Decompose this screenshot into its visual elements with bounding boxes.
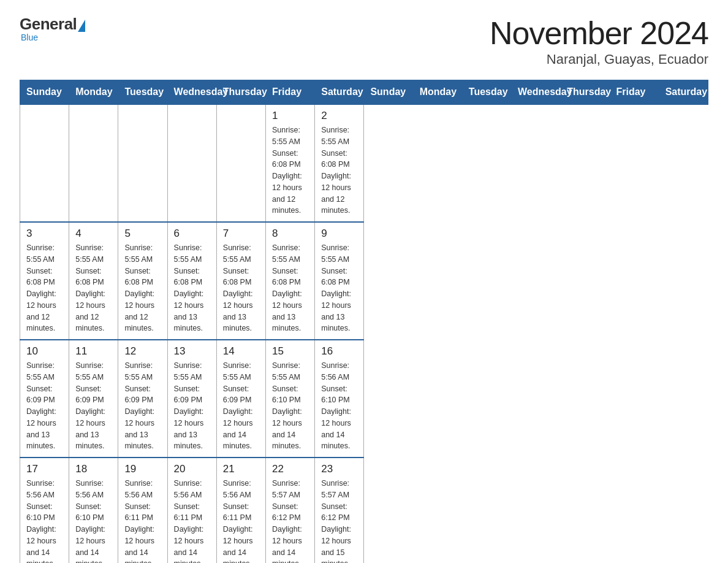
calendar-cell-1-3: 6Sunrise: 5:55 AM Sunset: 6:08 PM Daylig… [167,222,216,340]
day-info: Sunrise: 5:56 AM Sunset: 6:10 PM Dayligh… [321,360,357,452]
col-header-monday: Monday [413,80,462,105]
day-info: Sunrise: 5:56 AM Sunset: 6:10 PM Dayligh… [26,478,63,563]
col-header-saturday: Saturday [659,80,708,105]
day-info: Sunrise: 5:57 AM Sunset: 6:12 PM Dayligh… [321,478,357,563]
calendar-cell-3-6: 23Sunrise: 5:57 AM Sunset: 6:12 PM Dayli… [315,458,364,563]
header-monday: Monday [69,80,118,105]
calendar-cell-0-5: 1Sunrise: 5:55 AM Sunset: 6:08 PM Daylig… [266,104,315,222]
day-number: 17 [26,463,63,475]
day-info: Sunrise: 5:56 AM Sunset: 6:11 PM Dayligh… [174,478,210,563]
calendar-cell-2-5: 15Sunrise: 5:55 AM Sunset: 6:10 PM Dayli… [266,340,315,458]
day-info: Sunrise: 5:55 AM Sunset: 6:09 PM Dayligh… [223,360,259,452]
location-title: Naranjal, Guayas, Ecuador [490,52,708,67]
day-number: 14 [223,345,259,358]
day-info: Sunrise: 5:55 AM Sunset: 6:10 PM Dayligh… [272,360,308,452]
logo-general-text: General [20,15,77,34]
calendar-cell-1-5: 8Sunrise: 5:55 AM Sunset: 6:08 PM Daylig… [266,222,315,340]
calendar-cell-3-2: 19Sunrise: 5:56 AM Sunset: 6:11 PM Dayli… [118,458,167,563]
day-info: Sunrise: 5:57 AM Sunset: 6:12 PM Dayligh… [272,478,308,563]
day-number: 11 [75,345,112,358]
calendar-cell-0-4 [216,104,265,222]
day-info: Sunrise: 5:55 AM Sunset: 6:08 PM Dayligh… [272,124,308,216]
day-info: Sunrise: 5:55 AM Sunset: 6:08 PM Dayligh… [26,242,63,334]
calendar-cell-1-1: 4Sunrise: 5:55 AM Sunset: 6:08 PM Daylig… [69,222,118,340]
day-number: 18 [75,463,112,475]
calendar-cell-2-3: 13Sunrise: 5:55 AM Sunset: 6:09 PM Dayli… [167,340,216,458]
day-number: 12 [124,345,161,358]
day-number: 22 [272,463,308,475]
calendar-cell-1-4: 7Sunrise: 5:55 AM Sunset: 6:08 PM Daylig… [216,222,265,340]
calendar-cell-3-5: 22Sunrise: 5:57 AM Sunset: 6:12 PM Dayli… [266,458,315,563]
calendar-cell-3-1: 18Sunrise: 5:56 AM Sunset: 6:10 PM Dayli… [69,458,118,563]
day-number: 15 [272,345,308,358]
day-number: 3 [26,228,63,240]
day-info: Sunrise: 5:55 AM Sunset: 6:08 PM Dayligh… [75,242,112,334]
day-number: 2 [321,110,357,122]
day-info: Sunrise: 5:55 AM Sunset: 6:08 PM Dayligh… [321,124,357,216]
logo: General Blue [20,15,85,42]
calendar-cell-3-3: 20Sunrise: 5:56 AM Sunset: 6:11 PM Dayli… [167,458,216,563]
col-header-sunday: Sunday [364,80,413,105]
day-number: 1 [272,110,308,122]
logo-triangle-icon [78,20,85,32]
calendar-cell-1-0: 3Sunrise: 5:55 AM Sunset: 6:08 PM Daylig… [20,222,69,340]
day-number: 8 [272,228,308,240]
day-info: Sunrise: 5:56 AM Sunset: 6:11 PM Dayligh… [223,478,259,563]
col-header-thursday: Thursday [561,80,610,105]
calendar-cell-2-1: 11Sunrise: 5:55 AM Sunset: 6:09 PM Dayli… [69,340,118,458]
calendar-cell-2-2: 12Sunrise: 5:55 AM Sunset: 6:09 PM Dayli… [118,340,167,458]
calendar-header-row: SundayMondayTuesdayWednesdayThursdayFrid… [20,80,708,105]
day-info: Sunrise: 5:56 AM Sunset: 6:10 PM Dayligh… [75,478,112,563]
calendar-week-2: 10Sunrise: 5:55 AM Sunset: 6:09 PM Dayli… [20,340,708,458]
day-number: 19 [124,463,161,475]
col-header-tuesday: Tuesday [462,80,511,105]
header-tuesday: Tuesday [118,80,167,105]
day-number: 9 [321,228,357,240]
day-number: 6 [174,228,210,240]
header-wednesday: Wednesday [167,80,216,105]
col-header-wednesday: Wednesday [512,80,561,105]
day-number: 7 [223,228,259,240]
day-number: 10 [26,345,63,358]
day-info: Sunrise: 5:55 AM Sunset: 6:09 PM Dayligh… [174,360,210,452]
day-number: 5 [124,228,161,240]
day-info: Sunrise: 5:55 AM Sunset: 6:08 PM Dayligh… [223,242,259,334]
calendar-cell-0-1 [69,104,118,222]
header-sunday: Sunday [20,80,69,105]
calendar-cell-0-3 [167,104,216,222]
header-thursday: Thursday [216,80,265,105]
calendar-week-0: 1Sunrise: 5:55 AM Sunset: 6:08 PM Daylig… [20,104,708,222]
calendar-cell-3-4: 21Sunrise: 5:56 AM Sunset: 6:11 PM Dayli… [216,458,265,563]
calendar-cell-2-6: 16Sunrise: 5:56 AM Sunset: 6:10 PM Dayli… [315,340,364,458]
calendar-cell-0-0 [20,104,69,222]
calendar-cell-1-2: 5Sunrise: 5:55 AM Sunset: 6:08 PM Daylig… [118,222,167,340]
title-block: November 2024 Naranjal, Guayas, Ecuador [490,15,708,67]
day-number: 20 [174,463,210,475]
day-number: 4 [75,228,112,240]
day-number: 21 [223,463,259,475]
day-info: Sunrise: 5:55 AM Sunset: 6:08 PM Dayligh… [174,242,210,334]
month-title: November 2024 [490,15,708,52]
calendar-week-3: 17Sunrise: 5:56 AM Sunset: 6:10 PM Dayli… [20,458,708,563]
calendar-table: SundayMondayTuesdayWednesdayThursdayFrid… [20,80,708,563]
day-info: Sunrise: 5:55 AM Sunset: 6:08 PM Dayligh… [272,242,308,334]
calendar-cell-3-0: 17Sunrise: 5:56 AM Sunset: 6:10 PM Dayli… [20,458,69,563]
day-info: Sunrise: 5:55 AM Sunset: 6:09 PM Dayligh… [26,360,63,452]
calendar-cell-2-0: 10Sunrise: 5:55 AM Sunset: 6:09 PM Dayli… [20,340,69,458]
calendar-cell-0-2 [118,104,167,222]
day-number: 16 [321,345,357,358]
calendar-cell-1-6: 9Sunrise: 5:55 AM Sunset: 6:08 PM Daylig… [315,222,364,340]
calendar-week-1: 3Sunrise: 5:55 AM Sunset: 6:08 PM Daylig… [20,222,708,340]
calendar-cell-0-6: 2Sunrise: 5:55 AM Sunset: 6:08 PM Daylig… [315,104,364,222]
day-info: Sunrise: 5:56 AM Sunset: 6:11 PM Dayligh… [124,478,161,563]
day-number: 23 [321,463,357,475]
page-header: General Blue November 2024 Naranjal, Gua… [20,15,708,67]
day-number: 13 [174,345,210,358]
day-info: Sunrise: 5:55 AM Sunset: 6:08 PM Dayligh… [321,242,357,334]
header-saturday: Saturday [315,80,364,105]
logo-blue-text: Blue [21,33,38,42]
day-info: Sunrise: 5:55 AM Sunset: 6:09 PM Dayligh… [124,360,161,452]
header-friday: Friday [266,80,315,105]
day-info: Sunrise: 5:55 AM Sunset: 6:08 PM Dayligh… [124,242,161,334]
col-header-friday: Friday [610,80,659,105]
